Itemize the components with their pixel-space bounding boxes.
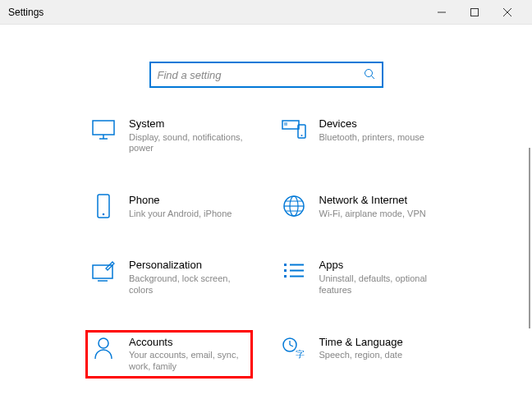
tile-label: Time & Language — [319, 336, 403, 349]
search-input[interactable] — [158, 69, 364, 81]
window-title: Settings — [8, 7, 425, 18]
personalization-icon — [91, 259, 116, 283]
tile-label: Phone — [129, 194, 232, 207]
tile-label: Personalization — [129, 259, 247, 272]
svg-rect-6 — [93, 121, 114, 135]
phone-icon — [91, 194, 116, 218]
svg-line-32 — [290, 345, 293, 346]
close-button[interactable] — [491, 0, 524, 25]
scrollbar[interactable] — [529, 148, 530, 328]
tile-phone[interactable]: Phone Link your Android, iPhone — [86, 189, 252, 224]
svg-rect-23 — [284, 264, 287, 266]
tile-personalization[interactable]: Personalization Background, lock screen,… — [86, 254, 252, 301]
tile-devices[interactable]: Devices Bluetooth, printers, mouse — [277, 112, 443, 159]
search-box[interactable] — [149, 62, 383, 88]
time-language-icon: 字 — [282, 336, 306, 360]
svg-point-13 — [300, 135, 302, 136]
titlebar: Settings — [0, 0, 532, 25]
tile-time-language[interactable]: 字 Time & Language Speech, region, date — [277, 331, 443, 378]
minimize-button[interactable] — [425, 0, 458, 25]
svg-rect-21 — [93, 265, 112, 278]
svg-point-15 — [103, 213, 105, 216]
search-icon — [364, 68, 375, 82]
tile-desc: Wi-Fi, airplane mode, VPN — [319, 209, 426, 220]
tile-desc: Display, sound, notifications, power — [129, 132, 247, 155]
svg-rect-25 — [284, 275, 287, 278]
globe-icon — [282, 194, 306, 218]
tile-desc: Uninstall, defaults, optional features — [319, 273, 438, 296]
content-area: System Display, sound, notifications, po… — [0, 25, 532, 413]
svg-rect-1 — [471, 8, 479, 16]
svg-text:字: 字 — [296, 349, 305, 359]
tile-label: Apps — [319, 259, 438, 272]
tile-desc: Link your Android, iPhone — [129, 209, 232, 220]
tile-label: Network & Internet — [319, 194, 426, 207]
system-icon — [91, 117, 116, 142]
tile-label: Devices — [319, 117, 424, 131]
devices-icon — [282, 117, 306, 142]
tile-label: Accounts — [129, 336, 247, 349]
tile-label: System — [129, 117, 247, 131]
apps-icon — [282, 259, 306, 283]
tile-system[interactable]: System Display, sound, notifications, po… — [86, 112, 252, 159]
svg-rect-24 — [284, 269, 287, 272]
tile-accounts[interactable]: Accounts Your accounts, email, sync, wor… — [86, 331, 252, 378]
maximize-button[interactable] — [458, 0, 491, 25]
settings-grid: System Display, sound, notifications, po… — [0, 112, 532, 378]
tile-desc: Your accounts, email, sync, work, family — [129, 350, 247, 373]
tile-desc: Background, lock screen, colors — [129, 273, 247, 296]
svg-point-29 — [99, 338, 108, 348]
accounts-icon — [91, 336, 116, 360]
tile-desc: Bluetooth, printers, mouse — [319, 132, 424, 144]
svg-point-4 — [365, 69, 372, 76]
tile-desc: Speech, region, date — [319, 350, 403, 361]
svg-line-5 — [371, 76, 374, 79]
tile-apps[interactable]: Apps Uninstall, defaults, optional featu… — [277, 254, 443, 301]
tile-network[interactable]: Network & Internet Wi-Fi, airplane mode,… — [277, 189, 443, 224]
